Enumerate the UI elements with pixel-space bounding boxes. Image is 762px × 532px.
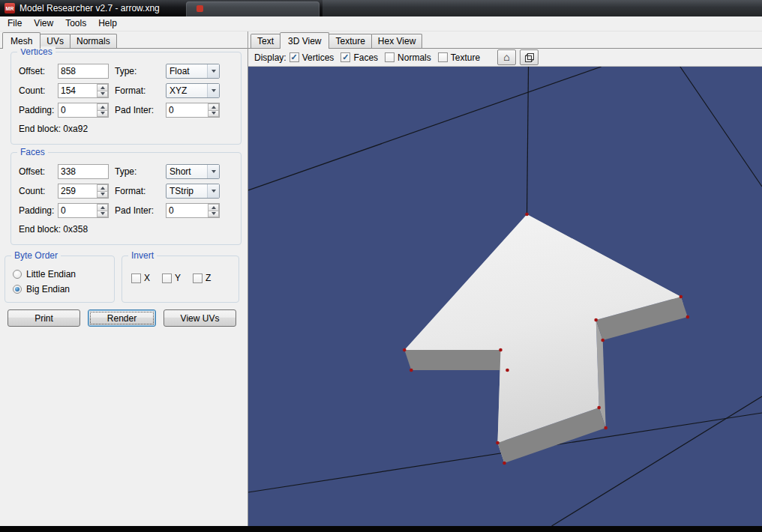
faces-type-dropdown[interactable]: Short bbox=[166, 164, 220, 179]
cube-icon bbox=[524, 52, 535, 63]
print-button[interactable]: Print bbox=[8, 309, 80, 327]
spin-down-icon[interactable] bbox=[97, 111, 108, 118]
invert-y-option[interactable]: Y bbox=[162, 273, 181, 283]
checkbox-icon[interactable] bbox=[193, 273, 202, 283]
menu-bar: File View Tools Help bbox=[0, 16, 762, 31]
faces-end-block: End block: 0x358 bbox=[19, 223, 220, 235]
spin-down-icon[interactable] bbox=[97, 91, 108, 98]
radio-icon[interactable] bbox=[13, 270, 22, 279]
left-panel: Mesh UVs Normals Vertices Offset: Type: … bbox=[0, 31, 248, 526]
left-tab-strip: Mesh UVs Normals bbox=[0, 31, 248, 49]
faces-padding-stepper bbox=[58, 203, 109, 218]
tab-text[interactable]: Text bbox=[250, 34, 280, 48]
invert-y-label: Y bbox=[175, 273, 181, 283]
checkbox-icon[interactable] bbox=[438, 52, 448, 62]
vertices-end-block: End block: 0xa92 bbox=[19, 122, 220, 134]
tab-hex-view[interactable]: Hex View bbox=[371, 34, 422, 48]
checkbox-icon[interactable] bbox=[131, 273, 141, 283]
right-tab-strip: Text 3D View Texture Hex View bbox=[248, 31, 762, 49]
invert-x-label: X bbox=[144, 273, 150, 283]
tab-texture[interactable]: Texture bbox=[328, 34, 371, 48]
display-faces-label: Faces bbox=[353, 52, 378, 63]
byte-order-group: Byte Order Little Endian Big Endian bbox=[4, 256, 115, 303]
background-browser-tab bbox=[186, 1, 320, 16]
spin-down-icon[interactable] bbox=[208, 111, 219, 118]
big-endian-option[interactable]: Big Endian bbox=[13, 282, 114, 297]
spin-down-icon[interactable] bbox=[97, 211, 108, 218]
vertices-offset-label: Offset: bbox=[19, 66, 52, 76]
title-bar: MR Model Researcher v2.7 - arrow.xng bbox=[0, 0, 762, 16]
vertices-format-dropdown[interactable]: XYZ bbox=[166, 83, 220, 98]
display-texture-option[interactable]: Texture bbox=[438, 52, 480, 63]
checkbox-checked-icon[interactable]: ✓ bbox=[340, 52, 350, 62]
little-endian-label: Little Endian bbox=[26, 269, 76, 279]
display-vertices-option[interactable]: ✓ Vertices bbox=[290, 52, 334, 63]
reset-view-button[interactable]: ⌂ bbox=[497, 49, 516, 65]
display-texture-label: Texture bbox=[451, 52, 480, 63]
chevron-down-icon bbox=[207, 64, 219, 78]
faces-format-label: Format: bbox=[115, 186, 160, 196]
window-bottom-border bbox=[0, 526, 762, 532]
vertices-type-value: Float bbox=[166, 66, 207, 76]
view-uvs-button[interactable]: View UVs bbox=[164, 309, 236, 327]
vertices-count-label: Count: bbox=[19, 85, 52, 96]
background-window-glass bbox=[570, 0, 762, 16]
display-normals-label: Normals bbox=[398, 52, 431, 63]
spin-up-icon[interactable] bbox=[97, 84, 108, 91]
wireframe-cube-button[interactable] bbox=[520, 49, 538, 65]
faces-pad-inter-label: Pad Inter: bbox=[115, 205, 160, 216]
display-normals-option[interactable]: Normals bbox=[385, 52, 431, 63]
faces-format-value: TStrip bbox=[166, 186, 207, 196]
spin-down-icon[interactable] bbox=[97, 192, 108, 199]
vertices-type-label: Type: bbox=[115, 66, 160, 76]
vertices-offset-input[interactable] bbox=[58, 64, 109, 79]
menu-item-file[interactable]: File bbox=[2, 16, 28, 31]
background-window-glass bbox=[322, 0, 570, 16]
checkbox-icon[interactable] bbox=[162, 273, 172, 283]
spin-up-icon[interactable] bbox=[208, 204, 219, 211]
viewport-3d[interactable] bbox=[248, 67, 762, 526]
spin-up-icon[interactable] bbox=[97, 184, 108, 192]
radio-icon[interactable] bbox=[13, 285, 22, 294]
tab-normals[interactable]: Normals bbox=[70, 34, 117, 48]
background-tab-favicon bbox=[196, 5, 203, 12]
vertices-padding-stepper bbox=[58, 103, 109, 118]
faces-format-dropdown[interactable]: TStrip bbox=[166, 184, 220, 199]
app-window: MR Model Researcher v2.7 - arrow.xng Fil… bbox=[0, 0, 762, 532]
faces-count-label: Count: bbox=[19, 186, 52, 196]
vertices-padding-label: Padding: bbox=[19, 105, 52, 115]
spin-up-icon[interactable] bbox=[208, 103, 219, 111]
chevron-down-icon bbox=[207, 165, 219, 178]
window-title: Model Researcher v2.7 - arrow.xng bbox=[20, 0, 160, 16]
menu-item-help[interactable]: Help bbox=[92, 16, 123, 31]
menu-item-view[interactable]: View bbox=[28, 16, 59, 31]
app-icon: MR bbox=[4, 3, 15, 13]
little-endian-option[interactable]: Little Endian bbox=[13, 267, 114, 282]
big-endian-label: Big Endian bbox=[26, 284, 70, 294]
menu-item-tools[interactable]: Tools bbox=[59, 16, 92, 31]
right-panel: Text 3D View Texture Hex View Display: ✓… bbox=[248, 31, 762, 526]
invert-z-option[interactable]: Z bbox=[193, 273, 211, 283]
spin-down-icon[interactable] bbox=[208, 211, 219, 218]
display-faces-option[interactable]: ✓ Faces bbox=[340, 52, 378, 63]
invert-z-label: Z bbox=[206, 273, 211, 283]
render-button[interactable]: Render bbox=[88, 309, 156, 327]
byte-order-group-title: Byte Order bbox=[11, 250, 61, 261]
spin-up-icon[interactable] bbox=[97, 204, 108, 211]
spin-up-icon[interactable] bbox=[97, 103, 108, 111]
main-area: Mesh UVs Normals Vertices Offset: Type: … bbox=[0, 31, 762, 526]
faces-pad-inter-stepper bbox=[166, 203, 220, 218]
vertices-group: Vertices Offset: Type: Float Count: bbox=[10, 52, 242, 145]
vertices-pad-inter-label: Pad Inter: bbox=[115, 105, 160, 115]
chevron-down-icon bbox=[207, 84, 219, 97]
check-icon: ✓ bbox=[291, 53, 298, 61]
checkbox-checked-icon[interactable]: ✓ bbox=[290, 52, 299, 62]
vertices-type-dropdown[interactable]: Float bbox=[166, 64, 220, 79]
vertices-count-stepper bbox=[58, 83, 109, 98]
invert-x-option[interactable]: X bbox=[131, 273, 150, 283]
tab-mesh[interactable]: Mesh bbox=[2, 32, 40, 49]
faces-offset-input[interactable] bbox=[58, 164, 109, 179]
checkbox-icon[interactable] bbox=[385, 52, 394, 62]
tab-3d-view[interactable]: 3D View bbox=[280, 32, 329, 49]
vertices-pad-inter-stepper bbox=[166, 103, 220, 118]
